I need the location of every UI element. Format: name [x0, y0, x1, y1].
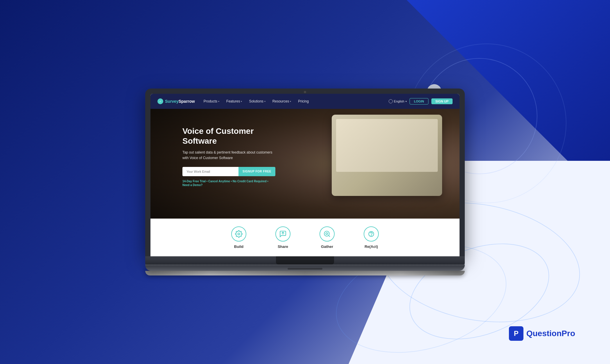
email-input[interactable] [182, 167, 238, 176]
feature-build: Build [231, 226, 246, 249]
laptop-hinge [276, 256, 334, 264]
feature-gather: Gather [320, 226, 335, 249]
signup-free-button[interactable]: SIGNUP FOR FREE [238, 167, 275, 176]
signup-button[interactable]: SIGN UP [431, 98, 453, 104]
laptop-wrapper: SurveySparrow Products ▾ Features ▾ [145, 89, 465, 275]
svg-line-3 [329, 235, 330, 237]
svg-point-6 [371, 235, 371, 235]
language-selector[interactable]: English ▾ [389, 99, 407, 103]
hero-description: Tap out salient data & pertinent feedbac… [182, 150, 275, 161]
chevron-down-icon: ▾ [290, 100, 291, 103]
feature-react: Re(Act) [364, 226, 379, 249]
laptop-keyboard-base [145, 264, 465, 271]
share-label: Share [278, 244, 288, 249]
laptop: SurveySparrow Products ▾ Features ▾ [145, 89, 465, 275]
laptop-base [145, 256, 465, 264]
hero-section: Voice of Customer Software Tap out salie… [150, 109, 460, 219]
features-section: Build Share [150, 219, 460, 256]
trial-bullets: • Cancel Anytime • No Credit Card Requir… [207, 180, 268, 183]
nav-right: English ▾ LOGIN SIGN UP [389, 98, 453, 104]
logo-icon [157, 98, 163, 104]
logo-brand1: Survey [165, 99, 179, 104]
hero-title: Voice of Customer Software [182, 126, 275, 146]
build-label: Build [234, 244, 244, 249]
navbar: SurveySparrow Products ▾ Features ▾ [150, 94, 460, 109]
logo-brand2: Sparrow [179, 99, 195, 104]
nav-products[interactable]: Products ▾ [201, 98, 222, 105]
need-demo-link[interactable]: Need a Demo? [182, 183, 275, 187]
nav-features[interactable]: Features ▾ [223, 98, 245, 105]
globe-icon [389, 99, 393, 103]
svg-point-0 [238, 233, 240, 235]
chevron-down-icon: ▾ [218, 100, 219, 103]
react-icon [364, 226, 379, 242]
login-button[interactable]: LOGIN [410, 98, 428, 104]
logo-text: SurveySparrow [165, 99, 195, 104]
questionpro-logo: P QuestionPro [509, 326, 575, 341]
chevron-down-icon: ▾ [241, 100, 242, 103]
hero-laptop-shape [332, 115, 442, 196]
laptop-camera [304, 91, 306, 93]
svg-point-2 [324, 231, 329, 236]
chevron-down-icon: ▾ [264, 100, 265, 103]
keyboard-ridge [288, 268, 322, 270]
feature-share: Share [275, 226, 290, 249]
svg-point-4 [326, 233, 328, 235]
qp-icon: P [509, 326, 523, 341]
trial-text: 14-Day Free Trial [182, 180, 206, 183]
logo-area[interactable]: SurveySparrow [157, 98, 195, 104]
hero-laptop-screen [336, 119, 438, 172]
hero-content: Voice of Customer Software Tap out salie… [182, 126, 275, 187]
share-icon [275, 226, 290, 242]
gather-icon [320, 226, 335, 242]
chevron-down-icon: ▾ [406, 100, 407, 103]
laptop-bezel: SurveySparrow Products ▾ Features ▾ [145, 89, 465, 256]
react-label: Re(Act) [365, 244, 378, 249]
laptop-foot [145, 271, 465, 275]
nav-resources[interactable]: Resources ▾ [270, 98, 294, 105]
nav-solutions[interactable]: Solutions ▾ [246, 98, 268, 105]
questionpro-brand-name: QuestionPro [526, 329, 575, 338]
nav-items: Products ▾ Features ▾ Solutions ▾ Reso [201, 98, 389, 105]
gather-label: Gather [321, 244, 333, 249]
nav-pricing[interactable]: Pricing [295, 98, 312, 105]
laptop-screen: SurveySparrow Products ▾ Features ▾ [150, 94, 460, 256]
email-form: SIGNUP FOR FREE [182, 167, 275, 176]
trial-info: 14-Day Free Trial • Cancel Anytime • No … [182, 180, 275, 187]
build-icon [231, 226, 246, 242]
hero-laptop-image [332, 115, 442, 196]
